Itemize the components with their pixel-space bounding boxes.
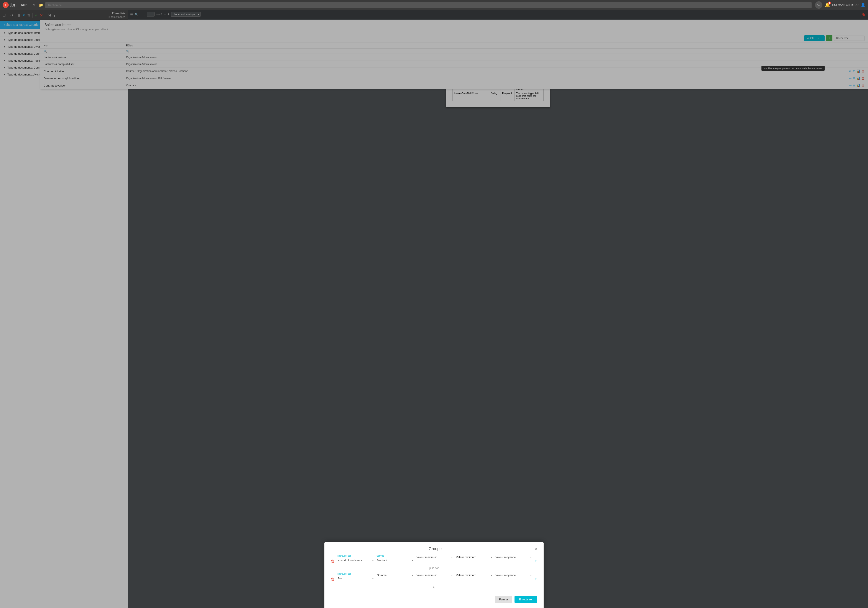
dialog-divider: — puis par — — [331, 566, 537, 569]
group-by-select-2[interactable]: Etat — [337, 576, 374, 581]
group-delete-btn-1[interactable]: 🗑 — [331, 559, 335, 563]
avg-select-1[interactable]: Valeur moyenne — [495, 555, 532, 560]
folder-icon[interactable]: 📁 — [39, 3, 43, 7]
notification-badge: 1 — [828, 2, 831, 5]
dialog-footer: Fermer Enregistrer — [331, 596, 537, 603]
group-row-1: 🗑 Regrouper par Nom du fournisseur Somme… — [331, 555, 537, 563]
sum-label-1: Somme — [377, 555, 414, 557]
avg-select-2[interactable]: Valeur moyenne — [495, 572, 532, 578]
nav-select[interactable]: Tout — [19, 2, 36, 8]
top-nav: + tlon Tout 📁 🔔 1 HOFMANN,ALFREDO 👤 — [0, 0, 868, 10]
dialog-title: Groupe — [335, 547, 535, 551]
group-field-min-1: Valeur minimum — [456, 555, 493, 560]
user-name[interactable]: HOFMANN,ALFREDO — [832, 3, 859, 6]
max-select-1[interactable]: Valeur maximum — [416, 555, 453, 560]
fermer-button[interactable]: Fermer — [495, 596, 513, 603]
groupe-dialog: Groupe × 🗑 Regrouper par Nom du fourniss… — [324, 542, 544, 608]
group-field-max-1: Valeur maximum — [416, 555, 453, 560]
cursor-area: ↖ — [331, 583, 537, 592]
group-by-label-1: Regrouper par — [337, 555, 374, 557]
group-row-2: 🗑 Regrouper par Etat Somme — [331, 572, 537, 582]
group-field-sum-1: Somme Montant — [377, 555, 414, 563]
search-button[interactable] — [815, 1, 822, 9]
group-delete-btn-2[interactable]: 🗑 — [331, 577, 335, 582]
group-field-sum-2: Somme — [377, 572, 414, 578]
group-add-btn-1[interactable]: + — [535, 558, 537, 563]
group-field-max-2: Valeur maximum — [416, 572, 453, 578]
enregistrer-button[interactable]: Enregistrer — [515, 596, 537, 603]
group-field-group-by-1: Regrouper par Nom du fournisseur — [337, 555, 374, 563]
logo-text: tlon — [9, 2, 16, 8]
group-by-select-1[interactable]: Nom du fournisseur — [337, 558, 374, 563]
dialog-close-button[interactable]: × — [535, 547, 537, 551]
cursor-icon: ↖ — [433, 586, 436, 589]
max-select-2[interactable]: Valeur maximum — [416, 572, 453, 578]
min-select-2[interactable]: Valeur minimum — [456, 572, 493, 578]
main-layout: ☐ ↺ ⊞ ▼ ⇅ ✓ ✕ ⋈ ⋮ 72 résultats 0 sélecti… — [0, 10, 868, 608]
dialog-header: Groupe × — [331, 547, 537, 551]
logo-area[interactable]: + tlon — [3, 2, 16, 8]
min-select-1[interactable]: Valeur minimum — [456, 555, 493, 560]
notification-area[interactable]: 🔔 1 — [825, 2, 830, 8]
group-field-group-by-2: Regrouper par Etat — [337, 572, 374, 581]
dialog-overlay: Groupe × 🗑 Regrouper par Nom du fourniss… — [0, 10, 868, 608]
group-add-btn-2[interactable]: + — [535, 577, 537, 582]
search-input[interactable] — [45, 2, 812, 8]
group-field-min-2: Valeur minimum — [456, 572, 493, 578]
logo-plus: + — [3, 2, 9, 8]
user-icon[interactable]: 👤 — [860, 3, 865, 8]
sum-select-1[interactable]: Montant — [377, 558, 414, 563]
sum-select-2[interactable]: Somme — [377, 572, 414, 578]
group-field-avg-1: Valeur moyenne — [495, 555, 532, 560]
group-by-label-2: Regrouper par — [337, 572, 374, 575]
group-field-avg-2: Valeur moyenne — [495, 572, 532, 578]
